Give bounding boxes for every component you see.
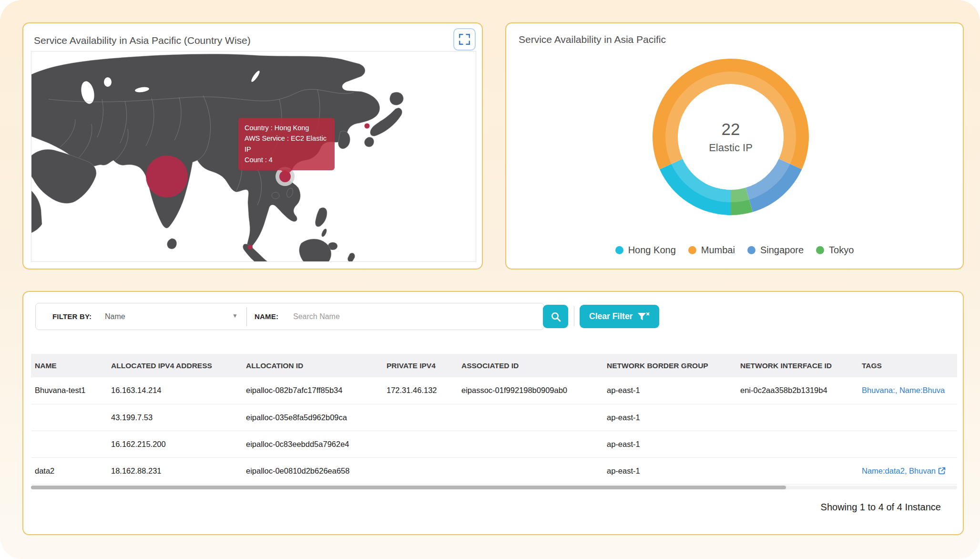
legend-label: Hong Kong bbox=[628, 245, 676, 256]
legend-item-mumbai[interactable]: Mumbai bbox=[688, 245, 735, 256]
map-philippines-isle bbox=[321, 228, 328, 238]
tooltip-country: Country : Hong Kong bbox=[245, 123, 328, 133]
bubble-japan-tokyo[interactable] bbox=[365, 124, 370, 129]
col-header-name: NAME bbox=[31, 354, 107, 377]
cell-allocation-id: eipalloc-0e0810d2b626ea658 bbox=[242, 457, 383, 484]
tags-link[interactable]: Bhuvana:, Name:Bhuva bbox=[862, 386, 945, 394]
clear-filter-label: Clear Filter bbox=[589, 311, 633, 321]
legend-dot bbox=[688, 246, 696, 254]
cell-allocation-id: eipalloc-082b7afc17ff85b34 bbox=[242, 377, 383, 404]
col-header-allocation-id: ALLOCATION ID bbox=[242, 354, 383, 377]
filter-by-label: FILTER BY: bbox=[52, 303, 92, 330]
donut-panel: Service Availability in Asia Pacific 22 … bbox=[505, 22, 964, 269]
bubble-singapore[interactable] bbox=[248, 245, 253, 249]
legend-label: Mumbai bbox=[701, 245, 735, 256]
map-japan-kyushu bbox=[365, 137, 374, 147]
elastic-ip-table: NAME ALLOCATED IPV4 ADDRESS ALLOCATION I… bbox=[31, 354, 957, 485]
map-sumatra bbox=[243, 244, 269, 262]
map-sulawesi bbox=[347, 253, 355, 262]
donut-legend: Hong KongMumbaiSingaporeTokyo bbox=[506, 245, 963, 256]
asia-map[interactable]: Country : Hong Kong AWS Service : EC2 El… bbox=[31, 51, 476, 262]
cell-allocated-ipv4: 16.163.14.214 bbox=[107, 377, 242, 404]
legend-dot bbox=[747, 246, 755, 254]
cell-network-interface-id: eni-0c2aa358b2b1319b4 bbox=[736, 377, 858, 404]
table-row: data2 18.162.88.231 eipalloc-0e0810d2b62… bbox=[31, 457, 957, 484]
table-row: 43.199.7.53 eipalloc-035e8fa5d962b09ca a… bbox=[31, 404, 957, 431]
tooltip-service: AWS Service : EC2 Elastic IP bbox=[245, 133, 328, 155]
legend-item-tokyo[interactable]: Tokyo bbox=[816, 245, 854, 256]
chevron-down-icon[interactable]: ▼ bbox=[232, 303, 238, 330]
legend-item-singapore[interactable]: Singapore bbox=[747, 245, 804, 256]
cell-associated-id: eipassoc-01f992198b0909ab0 bbox=[458, 377, 603, 404]
map-panel-title: Service Availability in Asia Pacific (Co… bbox=[34, 35, 251, 46]
map-tooltip: Country : Hong Kong AWS Service : EC2 El… bbox=[238, 118, 335, 170]
map-korea bbox=[338, 131, 350, 149]
table-summary: Showing 1 to 4 of 4 Instance bbox=[821, 502, 941, 513]
cell-associated-id bbox=[458, 404, 603, 431]
cell-name bbox=[31, 431, 107, 457]
map-philippines-luzon bbox=[315, 207, 327, 227]
cell-tags: Name:data2, Bhuvan bbox=[858, 457, 957, 484]
donut-chart: 22 Elastic IP bbox=[621, 27, 840, 247]
cell-private-ipv4 bbox=[383, 431, 458, 457]
search-input[interactable] bbox=[293, 306, 536, 327]
legend-item-hong-kong[interactable]: Hong Kong bbox=[615, 245, 676, 256]
cell-private-ipv4 bbox=[383, 404, 458, 431]
filter-bar: FILTER BY: Name ▼ NAME: bbox=[35, 303, 544, 330]
name-label: NAME: bbox=[255, 303, 278, 330]
cell-name: Bhuvana-test1 bbox=[31, 377, 107, 404]
cell-network-interface-id bbox=[736, 431, 858, 457]
cell-allocation-id: eipalloc-035e8fa5d962b09ca bbox=[242, 404, 383, 431]
cell-associated-id bbox=[458, 457, 603, 484]
cell-name: data2 bbox=[31, 457, 107, 484]
filter-by-dropdown[interactable]: Name bbox=[105, 303, 125, 330]
col-header-network-border-group: NETWORK BORDER GROUP bbox=[603, 354, 736, 377]
table-row: Bhuvana-test1 16.163.14.214 eipalloc-082… bbox=[31, 377, 957, 404]
map-aral-sea bbox=[104, 77, 112, 87]
dashboard-page: Service Availability in Asia Pacific (Co… bbox=[0, 0, 980, 559]
fullscreen-icon bbox=[459, 34, 470, 45]
cell-name bbox=[31, 404, 107, 431]
expand-map-button[interactable] bbox=[453, 28, 476, 51]
magnifier-icon bbox=[550, 311, 561, 322]
donut-svg bbox=[621, 27, 840, 247]
cell-allocated-ipv4: 43.199.7.53 bbox=[107, 404, 242, 431]
filter-divider bbox=[246, 307, 247, 326]
tooltip-count: Count : 4 bbox=[245, 155, 328, 165]
horizontal-scrollbar bbox=[31, 486, 957, 489]
search-button[interactable] bbox=[543, 305, 568, 328]
map-landmass-africa-edge bbox=[31, 191, 42, 233]
col-header-allocated-ipv4: ALLOCATED IPV4 ADDRESS bbox=[107, 354, 242, 377]
col-header-private-ipv4: PRIVATE IPV4 bbox=[383, 354, 458, 377]
button-divider bbox=[574, 306, 574, 326]
tags-link[interactable]: Name:data2, Bhuvan bbox=[862, 466, 936, 475]
map-japan-hokkaido bbox=[390, 92, 404, 105]
bubble-india-mumbai[interactable] bbox=[146, 155, 188, 197]
cell-network-border-group: ap-east-1 bbox=[603, 457, 736, 484]
table-header-row: NAME ALLOCATED IPV4 ADDRESS ALLOCATION I… bbox=[31, 354, 957, 377]
cell-network-border-group: ap-east-1 bbox=[603, 431, 736, 457]
cell-tags bbox=[858, 404, 957, 431]
col-header-associated-id: ASSOCIATED ID bbox=[458, 354, 603, 377]
legend-dot bbox=[615, 246, 623, 254]
cell-tags: Bhuvana:, Name:Bhuva bbox=[858, 377, 957, 404]
scrollbar-thumb[interactable] bbox=[31, 486, 786, 489]
cell-network-border-group: ap-east-1 bbox=[603, 404, 736, 431]
clear-filter-icon bbox=[637, 312, 650, 321]
cell-allocated-ipv4: 16.162.215.200 bbox=[107, 431, 242, 457]
cell-network-border-group: ap-east-1 bbox=[603, 377, 736, 404]
cell-associated-id bbox=[458, 431, 603, 457]
col-header-network-interface-id: NETWORK INTERFACE ID bbox=[736, 354, 858, 377]
clear-filter-button[interactable]: Clear Filter bbox=[580, 305, 659, 328]
cell-network-interface-id bbox=[736, 404, 858, 431]
external-link-icon[interactable] bbox=[938, 466, 946, 475]
table-panel: FILTER BY: Name ▼ NAME: Clear Filter bbox=[22, 291, 964, 535]
map-hainan bbox=[272, 192, 279, 199]
legend-label: Singapore bbox=[760, 245, 804, 256]
cell-tags bbox=[858, 431, 957, 457]
cell-allocation-id: eipalloc-0c83eebdd5a7962e4 bbox=[242, 431, 383, 457]
table-row: 16.162.215.200 eipalloc-0c83eebdd5a7962e… bbox=[31, 431, 957, 457]
donut-inner-highlight-ring bbox=[672, 78, 790, 196]
legend-label: Tokyo bbox=[829, 245, 854, 256]
cell-private-ipv4 bbox=[383, 457, 458, 484]
